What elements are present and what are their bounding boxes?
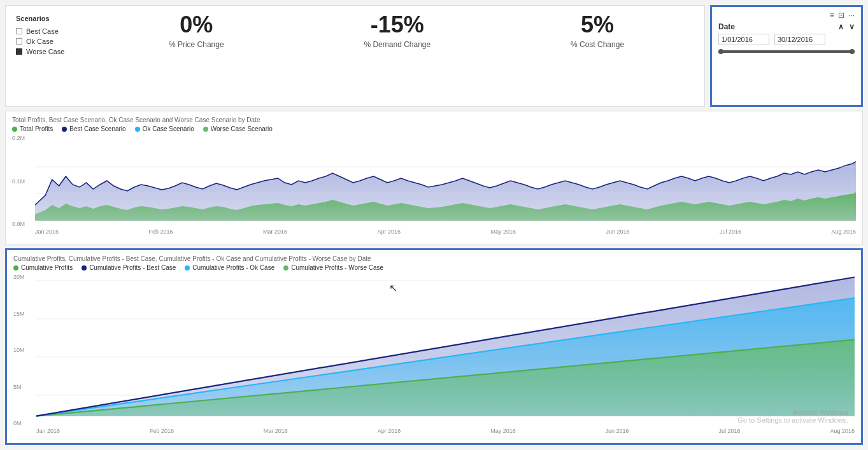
x-label-feb: Feb 2016 bbox=[149, 229, 173, 240]
legend-dot-ok-case bbox=[135, 127, 140, 132]
y-label-00m: 0.0M bbox=[12, 221, 35, 227]
date-end-input[interactable] bbox=[774, 34, 825, 45]
kpi-demand-change: -15% % Demand Change bbox=[364, 12, 430, 49]
top-chart-legend: Total Profits Best Case Scenario Ok Case… bbox=[12, 125, 856, 132]
scenarios-panel: Scenarios Best Case Ok Case Worse Case bbox=[16, 12, 99, 55]
date-filter-top: ≡ ⊡ ··· bbox=[718, 11, 855, 20]
expand-icon[interactable]: ⊡ bbox=[838, 11, 844, 20]
kpi-price-change: 0% % Price Change bbox=[169, 12, 224, 49]
date-filter-chevrons: ∧ ∨ bbox=[838, 22, 855, 31]
legend-cum-profits: Cumulative Profits bbox=[13, 264, 73, 271]
kpi-cost-change: 5% % Cost Change bbox=[571, 12, 624, 49]
date-slider-container[interactable] bbox=[718, 48, 855, 54]
top-section: Scenarios Best Case Ok Case Worse Case 0… bbox=[5, 5, 863, 107]
scenario-best-case[interactable]: Best Case bbox=[16, 27, 99, 35]
chevron-down-icon[interactable]: ∨ bbox=[849, 22, 855, 31]
top-chart-area: 0.2M 0.1M 0.0M bbox=[12, 135, 856, 240]
top-chart-section: Total Profits, Best Case Scenario, Ok Ca… bbox=[5, 111, 863, 244]
kpi-price-label: % Price Change bbox=[169, 40, 224, 49]
kpi-section: Scenarios Best Case Ok Case Worse Case 0… bbox=[5, 5, 705, 107]
top-chart-inner bbox=[35, 135, 856, 227]
date-filter-label-row: Date ∧ ∨ bbox=[718, 22, 855, 31]
kpi-demand-value: -15% bbox=[371, 12, 424, 38]
worse-case-checkbox[interactable] bbox=[16, 48, 22, 55]
legend-label-worse-case: Worse Case Scenario bbox=[211, 125, 273, 132]
kpi-demand-label: % Demand Change bbox=[364, 40, 430, 49]
y-label-20m: 20M bbox=[13, 274, 36, 280]
top-chart-y-labels: 0.2M 0.1M 0.0M bbox=[12, 135, 35, 227]
date-slider-track[interactable] bbox=[718, 50, 855, 53]
legend-dot-cum-worse bbox=[283, 265, 288, 271]
date-filter-panel: ≡ ⊡ ··· Date ∧ ∨ bbox=[710, 5, 863, 107]
x-label-apr: Apr 2016 bbox=[377, 229, 401, 240]
date-label: Date bbox=[718, 22, 735, 31]
ok-case-checkbox[interactable] bbox=[16, 38, 22, 45]
x-label-may: May 2016 bbox=[490, 229, 516, 240]
kpi-cost-value: 5% bbox=[581, 12, 614, 38]
bottom-chart-title: Cumulative Profits, Cumulative Profits -… bbox=[13, 255, 855, 262]
menu-icon[interactable]: ≡ bbox=[830, 11, 834, 20]
kpi-cost-label: % Cost Change bbox=[571, 40, 624, 49]
bx-label-feb: Feb 2016 bbox=[150, 428, 174, 439]
bx-label-may: May 2016 bbox=[490, 428, 516, 439]
more-icon[interactable]: ··· bbox=[848, 11, 855, 20]
legend-cum-best-case: Cumulative Profits - Best Case bbox=[82, 264, 176, 271]
legend-cum-ok-case: Cumulative Profits - Ok Case bbox=[185, 264, 274, 271]
scenarios-title: Scenarios bbox=[16, 15, 99, 22]
bx-label-aug: Aug 2016 bbox=[830, 428, 855, 439]
x-label-mar: Mar 2016 bbox=[263, 229, 287, 240]
y-label-5m: 5M bbox=[13, 384, 36, 390]
top-chart-x-labels: Jan 2016 Feb 2016 Mar 2016 Apr 2016 May … bbox=[35, 229, 856, 240]
bx-label-apr: Apr 2016 bbox=[378, 428, 401, 439]
legend-label-cum-ok: Cumulative Profits - Ok Case bbox=[192, 264, 274, 271]
bottom-chart-section: Cumulative Profits, Cumulative Profits -… bbox=[5, 248, 863, 445]
bx-label-jun: Jun 2016 bbox=[606, 428, 629, 439]
legend-dot-worse-case bbox=[203, 127, 208, 132]
best-case-checkbox[interactable] bbox=[16, 28, 22, 34]
scenario-worse-case[interactable]: Worse Case bbox=[16, 48, 99, 55]
bottom-chart-y-labels: 20M 15M 10M 5M 0M bbox=[13, 274, 36, 426]
legend-label-cum-worse: Cumulative Profits - Worse Case bbox=[291, 264, 383, 271]
bx-label-jan: Jan 2016 bbox=[36, 428, 60, 439]
date-slider-handle-right[interactable] bbox=[850, 49, 855, 54]
x-label-jan: Jan 2016 bbox=[35, 229, 59, 240]
date-start-input[interactable] bbox=[718, 34, 769, 45]
bx-label-mar: Mar 2016 bbox=[264, 428, 288, 439]
legend-label-total-profits: Total Profits bbox=[20, 125, 53, 132]
y-label-10m: 10M bbox=[13, 347, 36, 353]
x-label-aug: Aug 2016 bbox=[831, 229, 856, 240]
legend-dot-cum-profits bbox=[13, 265, 18, 271]
y-label-01m: 0.1M bbox=[12, 178, 35, 185]
date-slider-handle-left[interactable] bbox=[718, 49, 723, 54]
x-label-jun: Jun 2016 bbox=[606, 229, 629, 240]
ok-case-label: Ok Case bbox=[26, 38, 53, 45]
kpi-price-value: 0% bbox=[180, 12, 213, 38]
scenario-ok-case[interactable]: Ok Case bbox=[16, 38, 99, 45]
date-slider-fill bbox=[718, 50, 855, 53]
legend-best-case-scenario: Best Case Scenario bbox=[62, 125, 125, 132]
top-chart-title: Total Profits, Best Case Scenario, Ok Ca… bbox=[12, 116, 856, 123]
legend-total-profits: Total Profits bbox=[12, 125, 53, 132]
bottom-chart-x-labels: Jan 2016 Feb 2016 Mar 2016 Apr 2016 May … bbox=[36, 428, 855, 439]
bx-label-jul: Jul 2016 bbox=[718, 428, 740, 439]
chevron-up-icon[interactable]: ∧ bbox=[838, 22, 844, 31]
legend-ok-case-scenario: Ok Case Scenario bbox=[135, 125, 194, 132]
legend-dot-best-case bbox=[62, 127, 67, 132]
main-container: Scenarios Best Case Ok Case Worse Case 0… bbox=[0, 0, 868, 450]
legend-label-cum-best: Cumulative Profits - Best Case bbox=[89, 264, 176, 271]
top-chart-svg bbox=[35, 135, 856, 227]
legend-label-ok-case: Ok Case Scenario bbox=[143, 125, 194, 132]
y-label-0m: 0M bbox=[13, 420, 36, 426]
bottom-chart-inner bbox=[36, 274, 855, 426]
bottom-chart-svg bbox=[36, 274, 855, 426]
legend-dot-cum-ok bbox=[185, 265, 190, 271]
legend-label-best-case: Best Case Scenario bbox=[69, 125, 125, 132]
legend-cum-worse-case: Cumulative Profits - Worse Case bbox=[283, 264, 383, 271]
kpi-metrics: 0% % Price Change -15% % Demand Change 5… bbox=[99, 12, 694, 49]
date-filter-inputs bbox=[718, 34, 855, 45]
worse-case-label: Worse Case bbox=[26, 48, 64, 55]
legend-worse-case-scenario: Worse Case Scenario bbox=[203, 125, 273, 132]
y-label-15m: 15M bbox=[13, 311, 36, 317]
x-label-jul: Jul 2016 bbox=[720, 229, 741, 240]
bottom-chart-legend: Cumulative Profits Cumulative Profits - … bbox=[13, 264, 855, 271]
